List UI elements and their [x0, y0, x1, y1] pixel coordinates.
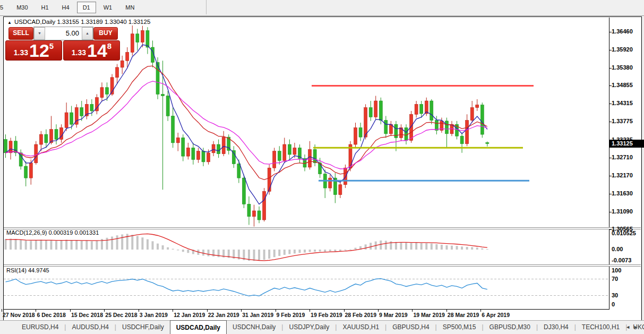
macd-axis-label: 0.010525 [612, 230, 636, 236]
price-axis-label: 1.33775 [612, 118, 633, 124]
date-axis-tick [36, 309, 36, 312]
date-axis-label: 6 Dec 2018 [37, 312, 65, 318]
buy-price-box[interactable]: 1.33 14 8 [63, 40, 120, 61]
chart-tab-gbpusd[interactable]: GBPUSD,M30 [484, 321, 536, 334]
sell-price-prefix: 1.33 [14, 48, 28, 57]
pane-splitter-macd[interactable] [4, 227, 641, 229]
date-axis-tick [310, 309, 310, 312]
macd-label: MACD(12,26,9) 0.000319 0.001331 [6, 229, 99, 236]
date-axis-label: 19 Feb 2019 [311, 312, 342, 318]
date-axis-tick [70, 309, 71, 312]
chart-tab-eurusd[interactable]: EURUSD,H4 [16, 321, 64, 334]
chart-tab-xauusd[interactable]: XAUUSD,H1 [337, 321, 385, 334]
price-axis-label: 1.32170 [612, 172, 633, 178]
timeframe-toolbar: 5M30H1H4D1W1MN [0, 0, 644, 16]
date-axis-label: 15 Dec 2018 [71, 312, 103, 318]
date-axis-label: 9 Feb 2019 [277, 312, 305, 318]
volume-increase-button[interactable]: ▲ [82, 27, 93, 40]
sell-button[interactable]: SELL [8, 27, 33, 40]
chart-tab-usdchf[interactable]: USDCHF,Daily [116, 321, 170, 334]
date-axis-label: 9 Mar 2019 [379, 312, 408, 318]
price-axis-label: 1.31090 [612, 208, 633, 215]
timeframe-button-group: 5M30H1H4D1W1MN [0, 0, 207, 14]
date-axis-label: 12 Jan 2019 [174, 312, 205, 318]
date-axis-tick [173, 309, 173, 312]
rsi-label: RSI(14) 44.9745 [6, 267, 49, 273]
date-axis-tick [480, 309, 481, 312]
chart-tab-audusd[interactable]: AUDUSD,H4 [66, 321, 114, 334]
date-axis-label: 3 Jan 2019 [140, 312, 168, 318]
sell-price-main: 12 [29, 42, 49, 58]
price-axis-label: 1.34855 [612, 82, 633, 88]
date-axis-label: 28 Mar 2019 [448, 312, 479, 318]
price-axis-label: 1.31630 [612, 190, 633, 196]
rsi-axis-label: 0 [612, 301, 615, 307]
price-axis-label: 1.35380 [612, 64, 633, 71]
chart-symbol-header: ▲USDCAD,Daily 1.33155 1.33189 1.33040 1.… [7, 19, 150, 25]
buy-price-pip: 8 [107, 41, 111, 50]
date-axis-tick [446, 309, 447, 312]
rsi-axis-label: 30 [612, 292, 618, 298]
timeframe-button-h4[interactable]: H4 [56, 2, 75, 13]
volume-decrease-button[interactable]: ▼ [34, 27, 45, 40]
chart-tab-dj30[interactable]: DJ30,H4 [538, 321, 574, 334]
volume-spinner: ▼ 5.00 ▲ [33, 27, 93, 40]
timeframe-button-d1[interactable]: D1 [77, 2, 96, 13]
date-axis-label: 19 Mar 2019 [413, 312, 445, 318]
symbol-ohlc-text: USDCAD,Daily 1.33155 1.33189 1.33040 1.3… [14, 19, 150, 25]
sell-price-pip: 5 [49, 41, 54, 50]
timeframe-button-mn[interactable]: MN [119, 2, 140, 13]
one-click-collapse-icon[interactable]: ▲ [7, 20, 12, 25]
date-axis-label: 22 Jan 2019 [208, 312, 239, 318]
chart-window [3, 16, 642, 321]
date-axis-tick [412, 309, 413, 312]
timeframe-button-h1[interactable]: H1 [36, 2, 55, 13]
chart-tab-usdcnh[interactable]: USDCNH,Daily [227, 321, 281, 334]
tab-scroll-arrows[interactable]: ◄► [625, 324, 641, 330]
price-axis-label: 1.32710 [612, 154, 633, 160]
date-axis-tick [139, 309, 139, 312]
rsi-axis-label: 70 [612, 276, 618, 282]
buy-button[interactable]: BUY [93, 27, 118, 40]
date-axis-label: 6 Apr 2019 [482, 312, 510, 318]
date-axis-label: 31 Jan 2019 [242, 312, 273, 318]
current-price-tag: 1.33125 [609, 140, 644, 148]
date-axis-tick [276, 309, 276, 312]
date-axis-tick [2, 309, 2, 312]
chart-tab-gbpusd[interactable]: GBPUSD,H4 [387, 321, 435, 334]
date-axis-label: 27 Nov 2018 [3, 312, 35, 318]
timeframe-button-w1[interactable]: W1 [98, 2, 118, 13]
buy-price-main: 14 [87, 42, 107, 58]
sell-price-box[interactable]: 1.33 12 5 [5, 40, 62, 61]
macd-axis-label: 0.00 [612, 246, 623, 252]
volume-value[interactable]: 5.00 [45, 27, 82, 40]
timeframe-button-m30[interactable]: M30 [11, 2, 33, 13]
chart-tab-bar: EURUSD,H4|AUDUSD,H4|USDCHF,DailyUSDCAD,D… [0, 320, 644, 334]
rsi-axis-label: 100 [612, 267, 621, 273]
date-axis-tick [241, 309, 242, 312]
chart-tab-sp500[interactable]: SP500,M15 [437, 321, 482, 334]
price-axis-label: 1.34315 [612, 100, 633, 106]
macd-axis-label: -0.0073 [612, 257, 631, 263]
price-axis-label: 1.36460 [612, 28, 633, 35]
date-axis-tick [378, 309, 379, 312]
chart-tab-tech100[interactable]: TECH100,H1 [576, 321, 625, 334]
date-axis-tick [104, 309, 105, 312]
chart-tab-usdjpy[interactable]: USDJPY,Daily [283, 321, 335, 334]
date-axis-border [4, 309, 609, 310]
date-axis-label: 28 Feb 2019 [345, 312, 377, 318]
date-axis-label: 25 Dec 2018 [105, 312, 137, 318]
price-axis-label: 1.35920 [612, 46, 633, 53]
date-axis-tick [344, 309, 345, 312]
pane-splitter-rsi[interactable] [4, 264, 641, 267]
buy-price-prefix: 1.33 [72, 48, 86, 57]
date-axis-tick [207, 309, 208, 312]
chart-tab-usdcad[interactable]: USDCAD,Daily [170, 320, 227, 334]
timeframe-button-5[interactable]: 5 [0, 2, 9, 13]
